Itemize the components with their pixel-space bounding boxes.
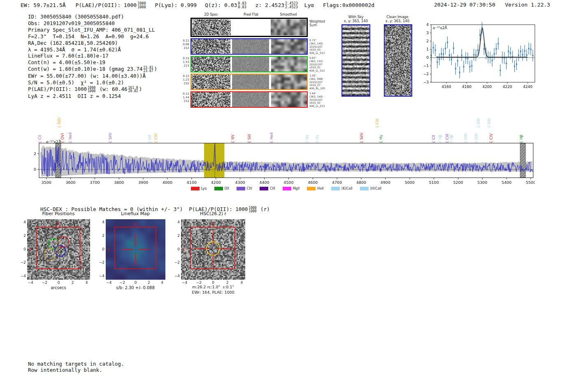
info-wavelength: λ = 4195.34Å σ = 1.74(±0.62)Å	[28, 46, 157, 53]
spec2d-fiber-rows: 0.210.982120.73"(363, 140)20191207v019_0…	[181, 12, 331, 109]
lineflux-map-overlay: NE	[106, 219, 165, 280]
cutout-y-tick-label: 0	[19, 247, 26, 251]
svg-text:N: N	[134, 222, 137, 226]
cutout-x-tick-label: 4	[83, 281, 91, 285]
spec2d-row-left-labels: 0.151.53213	[181, 57, 189, 68]
info-primary-amp: Primary Spec_Slot_IFU_AMP: 406_071_081_L…	[28, 27, 157, 33]
spec2d-row	[190, 91, 308, 108]
fiber-smoothed-image	[271, 39, 307, 54]
svg-text:−2: −2	[423, 72, 429, 76]
cutout-y-tick-label: 2	[173, 234, 180, 238]
with-sky-panel	[341, 24, 370, 97]
cutout-y-tick-label: 2	[19, 234, 26, 238]
cutout-x-tick-label: −2	[40, 281, 49, 285]
legend-label: CIV	[247, 187, 252, 190]
svg-text:0: 0	[426, 56, 429, 60]
clean-image-title: Clean Image	[377, 15, 418, 19]
info-sn-chi2: S/N = 5.0(±0.5) χ² = 1.0(±0.2)	[28, 79, 157, 86]
cutout-x-tick-label: 4	[237, 281, 246, 285]
hsc-caption-line2: EWr: 164, PLAE: 1000	[172, 290, 254, 295]
plya-value: P(Lyα): 0.999	[155, 2, 197, 8]
cutout-x-tick-label: −2	[118, 281, 126, 285]
legend-label: (K)CaII	[341, 187, 353, 190]
svg-text:0: 0	[34, 167, 36, 172]
spec2d-row-right-labels: 1.44"(363, 140)20191207v019_02406_LL_013	[309, 92, 331, 108]
line-fit-chart: −3−2−10123441604180420042204240e⁻¹⁷x2Å	[420, 21, 540, 92]
cutout-x-tick-label: −4	[181, 281, 189, 285]
legend-label: HeII	[317, 187, 324, 190]
legend-item: CIV	[237, 187, 252, 190]
emission-line-label: { SiIV	[57, 117, 61, 128]
spec2d-row-right-labels: 0.73"(363, 140)20191207v019_03406_LL_013	[309, 39, 331, 55]
cutout-x-tick-label: 4	[158, 281, 166, 285]
clean-image	[385, 25, 411, 96]
with-sky-image	[342, 25, 369, 96]
legend-item: (K)CaII	[331, 187, 353, 190]
fiber-pixelflat-image	[232, 57, 269, 72]
legend-swatch	[331, 187, 340, 190]
spec2d-row	[190, 56, 308, 72]
info-lineflux: LineFlux = 7.60(±1.80)e-17	[28, 53, 157, 59]
report-date: 2024-12-29 07:30:50	[434, 2, 495, 8]
plae-range: 10001000	[137, 2, 146, 9]
cutout-x-tick-label: −4	[105, 281, 113, 285]
fiber-pixelflat-image	[232, 74, 269, 89]
svg-text:N: N	[211, 222, 214, 226]
header-stats: EW: 59.7±21.5Å P(LAE)/P(OII): 1000100010…	[21, 2, 374, 9]
spectrum-legend: LyαOIICIVCIIIMgIIHeII(K)CaII(H)CaII	[39, 184, 533, 192]
svg-text:4200: 4200	[482, 85, 492, 89]
legend-item: MgII	[283, 187, 300, 190]
emission-line-label: { OIII	[476, 118, 481, 128]
info-redshifts: LyA z = 2.4511 OII z = 0.1254	[28, 93, 157, 100]
legend-swatch	[191, 187, 200, 190]
cutout-x-tick-label: −2	[195, 281, 203, 285]
info-cont-n: Cont(n) = 4.00(±5.50)e-19	[28, 59, 157, 66]
svg-text:2: 2	[34, 151, 36, 156]
fiber-pixelflat-image	[232, 92, 269, 107]
catalog-note-line2: Row intentionally blank.	[28, 367, 124, 373]
hsc-r-title: HSC(26.2) r	[172, 211, 254, 216]
fiber-smoothed-image	[271, 92, 307, 107]
info-obs: Obs: 20191207v019_3005055840	[28, 20, 157, 27]
spec2d-figure: 2D Spec Pixel Flat Smoothed Weighted Sum…	[181, 12, 331, 109]
cutout-y-tick-label: 4	[173, 220, 180, 224]
elixer-report: EW: 59.7±21.5Å P(LAE)/P(OII): 1000100010…	[0, 0, 576, 392]
legend-item: CIII	[260, 187, 275, 190]
fiber-2dspec-image	[191, 92, 230, 107]
z-range: 2.45232.4523	[285, 2, 298, 9]
fiber-2dspec-image	[191, 74, 230, 89]
hsc-caption-line1: m:26.2 rc:1.0" s:0.1"	[172, 285, 254, 289]
svg-text:N: N	[57, 222, 60, 226]
flags-value: Flags:0x0000002d	[323, 2, 374, 8]
cutout-y-tick-label: 0	[173, 247, 180, 251]
spec2d-row-right-labels: 1.09"(362, 948)20191207v019_07406_RL_105	[309, 74, 331, 90]
cutout-y-tick-label: 0	[98, 247, 105, 251]
plae-value: P(LAE)/P(OII): 1000	[75, 2, 137, 8]
legend-swatch	[237, 187, 245, 190]
fiber-smoothed-image	[271, 57, 307, 72]
report-version: Version 1.22.3	[505, 2, 550, 8]
svg-text:4220: 4220	[503, 85, 512, 89]
legend-swatch	[307, 187, 316, 190]
svg-text:4240: 4240	[523, 85, 532, 89]
cutout-y-tick-label: −2	[19, 260, 26, 264]
with-sky-title: With Sky	[335, 15, 376, 19]
legend-label: Lyα	[201, 187, 207, 190]
emission-line-labels: { CII{ SiIV{ OVI{ HeII{ SiIV{ OII{ CIV{ …	[39, 109, 533, 143]
cutout-x-tick-label: 2	[145, 281, 153, 285]
z-value: z: 2.4523	[255, 2, 284, 8]
legend-label: (H)CaII	[370, 187, 381, 190]
fiber-positions-overlay: NE	[27, 219, 90, 280]
legend-label: MgII	[293, 187, 300, 190]
catalog-note-line1: No matching targets in catalog.	[28, 361, 124, 367]
lineflux-map-title: Lineflux Map	[94, 211, 177, 216]
cutout-y-tick-label: 2	[98, 234, 105, 238]
catalog-note: No matching targets in catalog. Row inte…	[28, 361, 124, 373]
clean-image-panel	[384, 24, 412, 97]
svg-text:e⁻¹⁷x2Å: e⁻¹⁷x2Å	[433, 26, 448, 30]
cutout-y-tick-label: −2	[173, 260, 180, 264]
fiber-2dspec-image	[191, 57, 230, 72]
cutout-x-tick-label: 0	[209, 281, 217, 285]
legend-swatch	[214, 187, 223, 190]
classification-label: Lyα	[304, 2, 314, 8]
